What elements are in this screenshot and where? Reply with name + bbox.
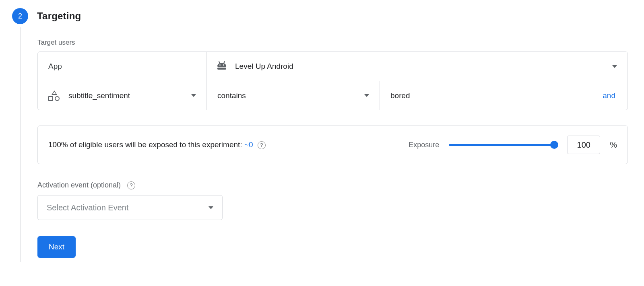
condition-property-value: subtitle_sentiment	[68, 91, 130, 100]
condition-operator-value: contains	[217, 91, 246, 100]
exposure-estimate-link[interactable]: ~0	[244, 140, 253, 149]
step-title: Targeting	[37, 10, 81, 22]
target-users-label: Target users	[37, 39, 628, 47]
exposure-label: Exposure	[409, 141, 439, 149]
add-and-condition-link[interactable]: and	[603, 91, 617, 100]
next-button[interactable]: Next	[37, 236, 76, 258]
exposure-percent-sign: %	[610, 140, 617, 150]
app-select[interactable]: Level Up Android	[207, 52, 627, 81]
android-icon	[217, 63, 226, 70]
exposure-slider[interactable]	[449, 141, 557, 149]
help-icon[interactable]: ?	[258, 141, 266, 149]
condition-value: bored	[390, 91, 410, 100]
activation-event-select[interactable]: Select Activation Event	[37, 195, 223, 220]
user-property-icon	[48, 91, 60, 101]
exposure-card: 100% of eligible users will be exposed t…	[37, 126, 628, 164]
exposure-input[interactable]	[567, 136, 600, 154]
help-icon[interactable]: ?	[127, 181, 135, 189]
activation-event-placeholder: Select Activation Event	[47, 203, 128, 212]
activation-event-label: Activation event (optional)	[37, 181, 121, 189]
chevron-down-icon	[364, 94, 369, 97]
exposure-summary: 100% of eligible users will be exposed t…	[48, 140, 399, 149]
condition-operator-select[interactable]: contains	[207, 81, 380, 110]
app-field-label: App	[38, 52, 207, 81]
step-number-badge: 2	[12, 8, 28, 24]
target-users-card: App Level Up Android	[37, 51, 628, 110]
chevron-down-icon	[612, 65, 617, 68]
chevron-down-icon	[191, 94, 196, 97]
condition-value-cell[interactable]: bored and	[380, 81, 627, 110]
chevron-down-icon	[208, 206, 213, 209]
app-value: Level Up Android	[235, 62, 293, 71]
condition-property-select[interactable]: subtitle_sentiment	[38, 81, 207, 110]
